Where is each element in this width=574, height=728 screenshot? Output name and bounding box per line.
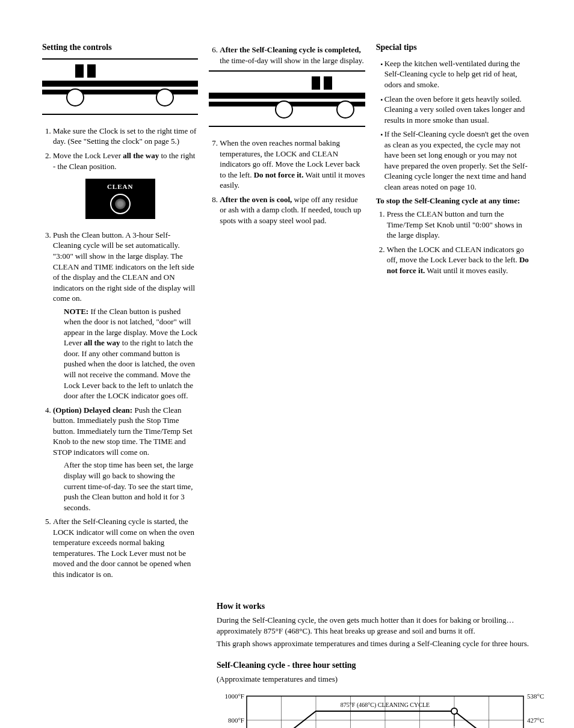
ytick-c-538: 538°C: [527, 693, 544, 700]
tip-3: If the Self-Cleaning cycle doesn't get t…: [384, 129, 532, 192]
control-panel-illustration-2: [209, 70, 365, 127]
self-cleaning-chart: 1000°F 800°F 600°F 400°F 200°F 538°C 427…: [217, 690, 532, 728]
chart-title: Self-Cleaning cycle - three hour setting: [217, 660, 532, 671]
clean-label: CLEAN: [107, 183, 134, 190]
stop-step-2: When the LOCK and CLEAN indicators go of…: [387, 244, 532, 276]
tip-2: Clean the oven before it gets heavily so…: [384, 94, 532, 126]
column-left: Setting the controls Make sure the Clock…: [42, 42, 198, 583]
step-6: After the Self-Cleaning cycle is complet…: [220, 45, 365, 66]
anno-cleaning-cycle: 875°F (468°C) CLEANING CYCLE: [341, 702, 430, 709]
step-3: Push the Clean button. A 3-hour Self-Cle…: [53, 230, 198, 401]
heading-stop-cycle: To stop the Self-Cleaning cycle at any t…: [376, 196, 532, 206]
tip-1: Keep the kitchen well-ventilated during …: [384, 58, 532, 90]
step-1: Make sure the Clock is set to the right …: [53, 126, 198, 147]
step-5: After the Self-Cleaning cycle is started…: [53, 516, 198, 579]
how-it-works-p2: This graph shows approximate temperature…: [217, 638, 532, 649]
column-right: Special tips Keep the kitchen well-venti…: [376, 42, 532, 583]
heading-special-tips: Special tips: [376, 42, 532, 54]
heading-setting-controls: Setting the controls: [42, 42, 198, 54]
step-8: After the oven is cool, wipe off any res…: [220, 194, 365, 226]
control-panel-illustration-1: [42, 58, 198, 115]
ytick-f-800: 800°F: [228, 717, 244, 724]
step-2: Move the Lock Lever all the way to the r…: [53, 150, 198, 171]
how-it-works-p1: During the Self-Cleaning cycle, the oven…: [217, 615, 532, 636]
ytick-c-427: 427°C: [527, 717, 544, 724]
lower-section: How it works During the Self-Cleaning cy…: [217, 601, 532, 728]
stop-step-1: Press the CLEAN button and turn the Time…: [387, 209, 532, 241]
marker-oven-shuts-off: [451, 708, 457, 714]
step-7: When the oven reaches normal baking temp…: [220, 138, 365, 191]
column-middle: After the Self-Cleaning cycle is complet…: [209, 42, 365, 583]
chart-subtitle: (Approximate temperatures and times): [217, 674, 532, 685]
ytick-f-1000: 1000°F: [224, 693, 244, 700]
heading-how-it-works: How it works: [217, 601, 532, 612]
step-4: (Option) Delayed clean: Push the Clean b…: [53, 405, 198, 513]
clean-button-illustration: CLEAN: [85, 179, 155, 219]
